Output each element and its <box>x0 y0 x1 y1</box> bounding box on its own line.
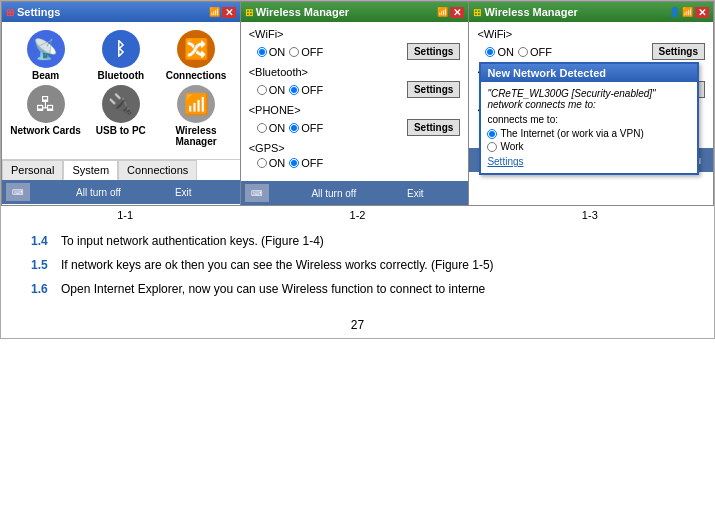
connections-label: Connections <box>166 70 227 81</box>
bluetooth-icon-item[interactable]: ᛒ Bluetooth <box>85 30 156 81</box>
exit-button[interactable]: Exit <box>167 185 200 200</box>
text-item-2: 1.5 If network keys are ok then you can … <box>31 256 694 274</box>
settings-title: Settings <box>17 6 60 18</box>
wireless-manager-icon-item[interactable]: 📶 Wireless Manager <box>160 85 231 147</box>
all-turn-off-button-2[interactable]: All turn off <box>303 186 364 201</box>
wifi-label-2: <WiFi> <box>477 28 705 40</box>
network-cards-icon: 🖧 <box>27 85 65 123</box>
text-number-3: 1.6 <box>31 280 55 298</box>
wifi-off-2[interactable]: OFF <box>518 46 552 58</box>
wifi-off-1[interactable]: OFF <box>289 46 323 58</box>
keyboard-icon-settings[interactable]: ⌨ <box>6 183 30 201</box>
wifi-label-1: <WiFi> <box>249 28 461 40</box>
wifi-section-2: <WiFi> ON OFF Settings <box>477 28 705 60</box>
gps-label-1: <GPS> <box>249 142 461 154</box>
usb-to-pc-icon-item[interactable]: 🔌 USB to PC <box>85 85 156 147</box>
titlebar-icons-2: 📶 ✕ <box>437 7 464 18</box>
phone-off-1[interactable]: OFF <box>289 122 323 134</box>
settings-taskbar: ⌨ All turn off Exit <box>2 180 240 204</box>
connections-icon: 🔀 <box>177 30 215 68</box>
popup-content: "CReTE_WL300G [Security-enabled]" networ… <box>481 82 697 173</box>
beam-icon: 📡 <box>27 30 65 68</box>
text-body-3: Open Internet Explorer, now you can use … <box>61 280 694 298</box>
bt-settings-btn-1[interactable]: Settings <box>407 81 460 98</box>
popup-connects-label: connects me to: <box>487 114 691 125</box>
beam-icon-item[interactable]: 📡 Beam <box>10 30 81 81</box>
wireless-icon: 📶 <box>177 85 215 123</box>
signal-icon-3: 📶 <box>682 7 693 17</box>
x-icon[interactable]: ✕ <box>222 7 236 18</box>
popup-title: New Network Detected <box>481 64 697 82</box>
popup-work-label: Work <box>500 141 523 152</box>
network-cards-label: Network Cards <box>10 125 81 136</box>
gps-section-1: <GPS> ON OFF <box>249 142 461 169</box>
bt-on-1[interactable]: ON <box>257 84 286 96</box>
new-network-popup: New Network Detected "CReTE_WL300G [Secu… <box>479 62 699 175</box>
bt-section-1: <Bluetooth> ON OFF Settings <box>249 66 461 98</box>
wireless-manager-label: Wireless Manager <box>160 125 231 147</box>
windows-flag-icon: ⊞ <box>6 7 14 18</box>
titlebar-icons-3: 👤 📶 ✕ <box>669 7 709 18</box>
titlebar-icons: 📶 ✕ <box>209 7 236 18</box>
text-content-area: 1.4 To input network authentication keys… <box>1 224 714 312</box>
figure-label-3: 1-3 <box>582 209 598 221</box>
text-number-2: 1.5 <box>31 256 55 274</box>
phone-section-1: <PHONE> ON OFF Settings <box>249 104 461 136</box>
wireless1-titlebar: ⊞ Wireless Manager 📶 ✕ <box>241 2 469 22</box>
page-number: 27 <box>1 312 714 338</box>
wifi-settings-btn-2[interactable]: Settings <box>652 43 705 60</box>
signal-icon: 📶 <box>209 7 220 17</box>
text-number-1: 1.4 <box>31 232 55 250</box>
figure-label-2: 1-2 <box>350 209 366 221</box>
settings-titlebar: ⊞ Settings 📶 ✕ <box>2 2 240 22</box>
wifi-radio-group-1: ON OFF <box>257 46 324 58</box>
phone-row-1: ON OFF Settings <box>257 119 461 136</box>
phone-on-1[interactable]: ON <box>257 122 286 134</box>
x-icon-3[interactable]: ✕ <box>695 7 709 18</box>
wifi-settings-btn-1[interactable]: Settings <box>407 43 460 60</box>
all-turn-off-button[interactable]: All turn off <box>68 185 129 200</box>
gps-row-1: ON OFF <box>257 157 461 169</box>
bluetooth-icon: ᛒ <box>102 30 140 68</box>
phone-label-1: <PHONE> <box>249 104 461 116</box>
gps-on-1[interactable]: ON <box>257 157 286 169</box>
connections-icon-item[interactable]: 🔀 Connections <box>160 30 231 81</box>
windows-flag-icon-2: ⊞ <box>245 7 253 18</box>
keyboard-icon-wm1[interactable]: ⌨ <box>245 184 269 202</box>
phone-radio-group-1: ON OFF <box>257 122 324 134</box>
bt-radio-group-1: ON OFF <box>257 84 324 96</box>
gps-off-1[interactable]: OFF <box>289 157 323 169</box>
popup-internet-label: The Internet (or work via a VPN) <box>500 128 643 139</box>
bt-off-1[interactable]: OFF <box>289 84 323 96</box>
popup-settings-link[interactable]: Settings <box>487 156 691 167</box>
tab-personal[interactable]: Personal <box>2 160 63 180</box>
network-cards-icon-item[interactable]: 🖧 Network Cards <box>10 85 81 147</box>
phone-settings-btn-1[interactable]: Settings <box>407 119 460 136</box>
bluetooth-label: Bluetooth <box>98 70 145 81</box>
tab-system[interactable]: System <box>63 160 118 180</box>
exit-button-2[interactable]: Exit <box>399 186 432 201</box>
wireless1-title: Wireless Manager <box>256 6 349 18</box>
text-item-1: 1.4 To input network authentication keys… <box>31 232 694 250</box>
text-body-1: To input network authentication keys. (F… <box>61 232 694 250</box>
wireless1-content: <WiFi> ON OFF Settings <Bluetooth> <box>241 22 469 181</box>
wireless2-title: Wireless Manager <box>484 6 577 18</box>
wifi-radio-group-2: ON OFF <box>485 46 552 58</box>
wifi-on-2[interactable]: ON <box>485 46 514 58</box>
figure-label-1: 1-1 <box>117 209 133 221</box>
windows-flag-icon-3: ⊞ <box>473 7 481 18</box>
wireless1-taskbar: ⌨ All turn off Exit <box>241 181 469 205</box>
tab-connections[interactable]: Connections <box>118 160 197 180</box>
figure-labels-row: 1-1 1-2 1-3 <box>1 206 714 224</box>
popup-option-internet[interactable]: The Internet (or work via a VPN) <box>487 128 691 139</box>
settings-icons-grid: 📡 Beam ᛒ Bluetooth 🔀 Connections 🖧 Netwo… <box>2 22 240 155</box>
usb-label: USB to PC <box>96 125 146 136</box>
signal-icon-2: 📶 <box>437 7 448 17</box>
x-icon-2[interactable]: ✕ <box>450 7 464 18</box>
settings-tabs: Personal System Connections <box>2 159 240 180</box>
popup-option-work[interactable]: Work <box>487 141 691 152</box>
text-item-3: 1.6 Open Internet Explorer, now you can … <box>31 280 694 298</box>
text-body-2: If network keys are ok then you can see … <box>61 256 694 274</box>
wifi-row-2: ON OFF Settings <box>485 43 705 60</box>
wifi-on-1[interactable]: ON <box>257 46 286 58</box>
